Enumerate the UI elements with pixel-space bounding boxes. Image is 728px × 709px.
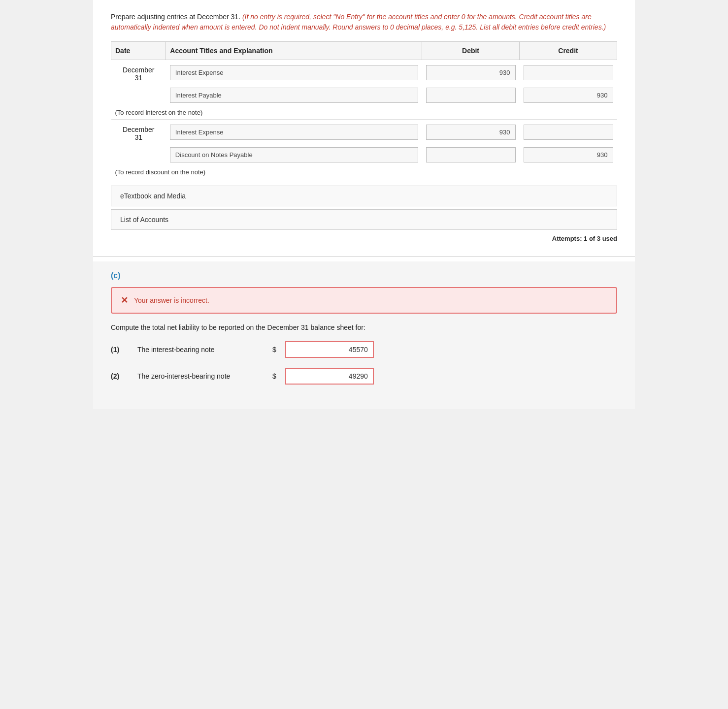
table-row <box>111 144 617 165</box>
note-text: (To record interest on the note) <box>111 106 617 120</box>
credit-cell[interactable] <box>520 144 617 165</box>
table-row: December 31 <box>111 120 617 145</box>
compute-rows: (1)The interest-bearing note$(2)The zero… <box>111 341 617 385</box>
account-cell[interactable] <box>166 144 422 165</box>
debit-input[interactable] <box>426 147 516 162</box>
instructions: Prepare adjusting entries at December 31… <box>111 12 617 32</box>
account-cell[interactable] <box>166 120 422 145</box>
dollar-sign: $ <box>272 346 276 354</box>
debit-cell[interactable] <box>422 85 520 106</box>
debit-input[interactable] <box>426 88 516 103</box>
section-c-label: (c) <box>111 271 617 280</box>
account-input[interactable] <box>170 125 418 140</box>
compute-row: (1)The interest-bearing note$ <box>111 341 617 358</box>
note-row: (To record discount on the note) <box>111 165 617 179</box>
error-box: ✕ Your answer is incorrect. <box>111 287 617 314</box>
attempts-text: Attempts: 1 of 3 used <box>111 235 617 246</box>
compute-label: The zero-interest-bearing note <box>137 372 265 380</box>
compute-label: The interest-bearing note <box>137 346 265 354</box>
dollar-sign: $ <box>272 372 276 380</box>
journal-table: Date Account Titles and Explanation Debi… <box>111 41 617 179</box>
debit-input[interactable] <box>426 125 516 140</box>
note-row: (To record interest on the note) <box>111 106 617 120</box>
col-account: Account Titles and Explanation <box>166 42 422 60</box>
credit-cell[interactable] <box>520 60 617 85</box>
account-input[interactable] <box>170 147 418 162</box>
debit-cell[interactable] <box>422 120 520 145</box>
col-credit: Credit <box>520 42 617 60</box>
date-cell: December 31 <box>111 120 166 145</box>
compute-num: (2) <box>111 372 131 380</box>
credit-input[interactable] <box>524 147 613 162</box>
date-cell: December 31 <box>111 60 166 85</box>
list-of-accounts-bar[interactable]: List of Accounts <box>111 209 617 230</box>
debit-cell[interactable] <box>422 144 520 165</box>
compute-num: (1) <box>111 346 131 354</box>
instructions-prefix: Prepare adjusting entries at December 31… <box>111 13 240 21</box>
debit-cell[interactable] <box>422 60 520 85</box>
note-text: (To record discount on the note) <box>111 165 617 179</box>
debit-input[interactable] <box>426 65 516 80</box>
account-cell[interactable] <box>166 60 422 85</box>
col-date: Date <box>111 42 166 60</box>
error-icon: ✕ <box>121 295 128 306</box>
col-debit: Debit <box>422 42 520 60</box>
account-cell[interactable] <box>166 85 422 106</box>
error-message: Your answer is incorrect. <box>134 296 209 304</box>
etextbook-bar[interactable]: eTextbook and Media <box>111 186 617 206</box>
credit-input[interactable] <box>524 125 613 140</box>
compute-input[interactable] <box>285 341 374 358</box>
compute-input[interactable] <box>285 368 374 385</box>
credit-input[interactable] <box>524 65 613 80</box>
table-row: December 31 <box>111 60 617 85</box>
compute-row: (2)The zero-interest-bearing note$ <box>111 368 617 385</box>
date-cell <box>111 85 166 106</box>
account-input[interactable] <box>170 65 418 80</box>
table-row <box>111 85 617 106</box>
date-cell <box>111 144 166 165</box>
compute-instructions: Compute the total net liability to be re… <box>111 323 617 331</box>
account-input[interactable] <box>170 88 418 103</box>
credit-cell[interactable] <box>520 85 617 106</box>
credit-cell[interactable] <box>520 120 617 145</box>
credit-input[interactable] <box>524 88 613 103</box>
